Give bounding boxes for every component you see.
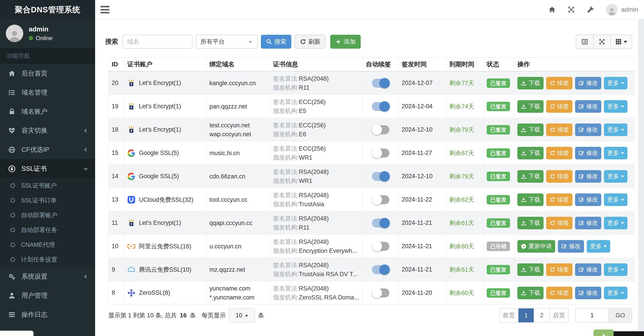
edit-button[interactable]: 修改 bbox=[575, 77, 601, 89]
renew-button[interactable]: 续签 bbox=[546, 287, 572, 299]
sidebar-item-ssl-cert-orders[interactable]: SSL证书订单 bbox=[0, 193, 95, 208]
cert-account: Let's Encrypt(1) bbox=[139, 219, 181, 226]
more-button[interactable]: 更多 bbox=[604, 147, 628, 159]
refresh-icon bbox=[550, 220, 556, 226]
auto-renew-toggle[interactable] bbox=[372, 242, 389, 251]
sidebar-item-failover[interactable]: 容灾切换 bbox=[0, 121, 95, 140]
cert-account: Let's Encrypt(1) bbox=[139, 126, 181, 133]
google-icon bbox=[127, 149, 136, 157]
wrench-icon[interactable] bbox=[587, 6, 594, 14]
sidebar-item-auto-deploy-tasks[interactable]: 自动部署任务 bbox=[0, 223, 95, 237]
sidebar-item-dashboard[interactable]: 后台首页 bbox=[0, 64, 95, 83]
renew-button[interactable]: 续签 bbox=[546, 263, 572, 276]
columns-grid-icon bbox=[615, 38, 622, 45]
scrollbar[interactable] bbox=[638, 19, 644, 336]
detail-view-button[interactable] bbox=[576, 35, 593, 48]
sidebar-item-auto-deploy-accounts[interactable]: 自动部署账户 bbox=[0, 208, 95, 223]
page-2-button[interactable]: 2 bbox=[534, 308, 549, 322]
domain: u.cccyun.cn bbox=[210, 242, 242, 251]
auto-renew-toggle[interactable] bbox=[372, 125, 389, 134]
download-button[interactable]: 下载 bbox=[517, 194, 544, 206]
add-button[interactable]: 添加 bbox=[330, 35, 361, 49]
download-button[interactable]: 下载 bbox=[517, 147, 544, 159]
sidebar-item-ssl-cert-accounts[interactable]: SSL证书账户 bbox=[0, 178, 95, 193]
renew-button[interactable]: 续签 bbox=[546, 147, 572, 159]
more-button[interactable]: 更多 bbox=[604, 287, 628, 299]
edit-icon bbox=[578, 267, 584, 273]
ssl-cert-table: ID 证书账户 绑定域名 证书信息 自动续签 签发时间 到期时间 状态 操作 2… bbox=[108, 57, 634, 305]
edit-button[interactable]: 修改 bbox=[558, 240, 584, 253]
auto-renew-toggle[interactable] bbox=[372, 149, 389, 157]
sidebar-item-cf-ip[interactable]: CF优选IP bbox=[0, 140, 95, 159]
auto-renew-toggle[interactable] bbox=[372, 288, 389, 297]
more-button[interactable]: 更多 bbox=[604, 123, 628, 136]
home-icon[interactable] bbox=[548, 6, 556, 14]
sidebar-toggle-button[interactable] bbox=[100, 6, 110, 14]
edit-button[interactable]: 修改 bbox=[575, 287, 601, 299]
renew-button[interactable]: 续签 bbox=[546, 77, 572, 89]
download-icon bbox=[521, 104, 526, 109]
edit-button[interactable]: 修改 bbox=[575, 100, 601, 113]
download-button[interactable]: 下载 bbox=[517, 287, 544, 299]
more-button[interactable]: 更多 bbox=[604, 100, 628, 113]
refresh-button[interactable]: 刷新 bbox=[294, 35, 326, 49]
sidebar-item-user-manage[interactable]: 用户管理 bbox=[0, 286, 95, 305]
renew-button[interactable]: 续签 bbox=[546, 123, 572, 136]
more-button[interactable]: 更多 bbox=[587, 240, 610, 253]
edit-button[interactable]: 修改 bbox=[575, 263, 601, 276]
sidebar-item-domain-accounts[interactable]: 域名账户 bbox=[0, 102, 95, 121]
prev-page-button[interactable]: 前页 bbox=[500, 308, 518, 322]
domain: cdn.66zan.cn bbox=[210, 172, 246, 181]
page-1-button[interactable]: 1 bbox=[518, 308, 534, 322]
page-jump-input[interactable] bbox=[576, 309, 608, 322]
auto-renew-toggle[interactable] bbox=[372, 219, 389, 228]
more-button[interactable]: 更多 bbox=[604, 77, 628, 89]
auto-renew-toggle[interactable] bbox=[372, 195, 389, 204]
renew-button[interactable]: 续签 bbox=[546, 194, 572, 206]
search-input[interactable] bbox=[122, 35, 192, 49]
page-size-select[interactable]: 10 bbox=[229, 308, 255, 322]
search-button[interactable]: 搜索 bbox=[261, 35, 291, 49]
renew-button[interactable]: 续签 bbox=[546, 170, 572, 183]
renew-button[interactable]: 续签 bbox=[546, 217, 572, 229]
go-button[interactable]: GO bbox=[608, 309, 632, 322]
letsencrypt-icon bbox=[127, 79, 136, 87]
auto-renew-toggle[interactable] bbox=[372, 79, 389, 88]
auto-renew-toggle[interactable] bbox=[372, 172, 389, 181]
auto-renew-toggle[interactable] bbox=[372, 102, 389, 111]
more-button[interactable]: 更多 bbox=[604, 170, 628, 183]
renew-button[interactable]: 续签 bbox=[546, 100, 572, 113]
fullscreen-table-button[interactable] bbox=[593, 35, 610, 48]
caret-up-icon bbox=[245, 313, 248, 316]
download-button[interactable]: 下载 bbox=[517, 217, 544, 229]
sidebar-item-cname-proxy[interactable]: CNAME代理 bbox=[0, 237, 95, 252]
download-button[interactable]: 下载 bbox=[517, 77, 544, 89]
sidebar-item-op-logs[interactable]: 操作日志 bbox=[0, 305, 95, 324]
more-button[interactable]: 更多 bbox=[604, 263, 628, 276]
circle-icon bbox=[10, 227, 16, 233]
user-menu[interactable]: admin bbox=[606, 4, 638, 16]
download-button[interactable]: 下载 bbox=[517, 100, 544, 113]
edit-button[interactable]: 修改 bbox=[575, 217, 601, 229]
caret-down-icon bbox=[621, 106, 624, 109]
more-button[interactable]: 更多 bbox=[604, 217, 628, 229]
fullscreen-icon[interactable] bbox=[568, 6, 575, 14]
reapply-button[interactable]: 重新申请 bbox=[517, 240, 555, 253]
edit-button[interactable]: 修改 bbox=[575, 147, 601, 159]
sidebar-item-cron-settings[interactable]: 计划任务设置 bbox=[0, 252, 95, 267]
next-page-button[interactable]: 后页 bbox=[549, 308, 568, 322]
download-button[interactable]: 下载 bbox=[517, 123, 544, 136]
sidebar-item-domain-manage[interactable]: 域名管理 bbox=[0, 83, 95, 102]
edit-button[interactable]: 修改 bbox=[575, 170, 601, 183]
auto-renew-toggle[interactable] bbox=[372, 265, 389, 274]
back-to-top-button[interactable] bbox=[594, 329, 614, 336]
more-button[interactable]: 更多 bbox=[604, 194, 628, 206]
sidebar-item-system-settings[interactable]: 系统设置 bbox=[0, 267, 95, 286]
download-button[interactable]: 下载 bbox=[517, 263, 544, 276]
sidebar-item-ssl-cert[interactable]: SSL证书 bbox=[0, 159, 95, 178]
platform-select[interactable]: 所有平台 bbox=[196, 35, 258, 49]
edit-button[interactable]: 修改 bbox=[575, 194, 601, 206]
columns-dropdown-button[interactable] bbox=[610, 35, 632, 48]
edit-button[interactable]: 修改 bbox=[575, 123, 601, 136]
download-button[interactable]: 下载 bbox=[517, 170, 544, 183]
